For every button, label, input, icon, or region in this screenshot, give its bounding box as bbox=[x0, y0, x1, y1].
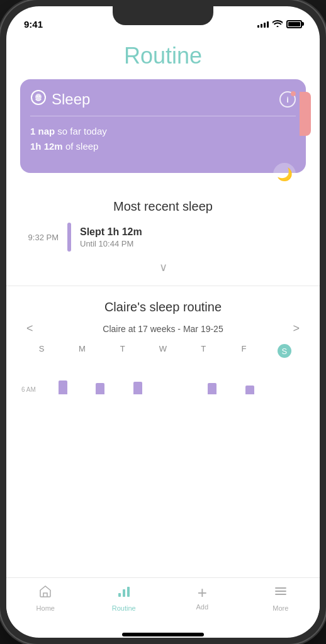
entry-bar bbox=[67, 223, 71, 252]
card-tab bbox=[300, 92, 311, 136]
home-icon bbox=[38, 584, 52, 602]
entry-main: Slept 1h 12m bbox=[80, 226, 302, 238]
bar-t2 bbox=[208, 383, 216, 394]
status-icons bbox=[257, 19, 302, 29]
cal-col-2 bbox=[120, 364, 155, 394]
sleep-card-title: Sleep bbox=[52, 91, 90, 108]
bar-s1 bbox=[59, 380, 67, 394]
home-indicator bbox=[122, 633, 204, 636]
sleep-divider bbox=[30, 116, 296, 116]
nav-add-label: Add bbox=[196, 603, 208, 611]
nav-routine[interactable]: Routine bbox=[85, 584, 164, 612]
notch bbox=[113, 6, 213, 25]
add-icon: + bbox=[198, 584, 207, 601]
moon-button[interactable]: 🌙 bbox=[273, 163, 296, 186]
svg-rect-6 bbox=[127, 587, 130, 597]
bar-t1 bbox=[133, 382, 142, 394]
routine-icon bbox=[117, 584, 131, 602]
bottom-nav: Home Routine + Add bbox=[6, 577, 320, 629]
day-s2: S bbox=[264, 344, 305, 358]
next-arrow[interactable]: > bbox=[288, 322, 305, 335]
entry-details: Slept 1h 12m Until 10:44 PM bbox=[80, 226, 302, 248]
nav-add[interactable]: + Add bbox=[163, 584, 242, 611]
status-time: 9:41 bbox=[24, 19, 43, 30]
nap-stat: 1 nap so far today bbox=[30, 124, 296, 139]
wifi-icon bbox=[273, 19, 283, 29]
time-label-6am: 6 AM bbox=[21, 386, 44, 394]
cal-col-1 bbox=[82, 364, 118, 394]
screen-content: Routine bbox=[6, 34, 320, 577]
cal-col-3 bbox=[157, 364, 193, 394]
routine-nav: < Claire at 17 weeks - Mar 19-25 > bbox=[6, 322, 320, 344]
routine-title: Claire's sleep routine bbox=[6, 289, 320, 322]
svg-rect-4 bbox=[118, 593, 121, 597]
svg-point-2 bbox=[37, 96, 38, 97]
svg-point-3 bbox=[39, 96, 40, 97]
bar-m bbox=[96, 383, 104, 394]
sleep-title-row: Sleep bbox=[30, 89, 90, 109]
routine-section: Claire's sleep routine < Claire at 17 we… bbox=[6, 289, 320, 397]
day-s1: S bbox=[21, 344, 62, 358]
entry-sub: Until 10:44 PM bbox=[80, 239, 302, 248]
nav-period: Claire at 17 weeks - Mar 19-25 bbox=[45, 324, 282, 334]
calendar-grid: S M T W T F S 6 AM bbox=[6, 344, 320, 394]
cal-col-0 bbox=[45, 364, 81, 394]
recent-sleep-title: Most recent sleep bbox=[6, 186, 320, 223]
cal-col-6 bbox=[269, 364, 305, 394]
sleep-card[interactable]: Sleep i 1 nap so far today bbox=[20, 79, 306, 173]
day-m: M bbox=[62, 344, 102, 358]
info-icon[interactable]: i bbox=[279, 91, 296, 108]
day-t2: T bbox=[183, 344, 223, 358]
sleep-stats: 1 nap so far today 1h 12m of sleep bbox=[30, 124, 296, 154]
sleep-entry: 9:32 PM Slept 1h 12m Until 10:44 PM bbox=[6, 223, 320, 252]
entry-time: 9:32 PM bbox=[24, 233, 59, 242]
svg-rect-5 bbox=[123, 589, 125, 597]
page-title: Routine bbox=[6, 34, 320, 79]
sleep-card-header: Sleep i bbox=[30, 89, 296, 109]
calendar-bars bbox=[45, 364, 305, 394]
nav-more[interactable]: More bbox=[242, 584, 320, 612]
day-w: W bbox=[143, 344, 183, 358]
sleep-duration-stat: 1h 12m of sleep bbox=[30, 139, 296, 154]
moon-icon: 🌙 bbox=[277, 167, 293, 182]
baby-sleep-icon bbox=[30, 89, 47, 109]
day-f: F bbox=[223, 344, 264, 358]
more-icon bbox=[274, 584, 288, 602]
prev-arrow[interactable]: < bbox=[21, 322, 38, 335]
nav-more-label: More bbox=[273, 604, 288, 612]
nav-routine-label: Routine bbox=[112, 604, 136, 612]
section-divider bbox=[6, 286, 320, 286]
phone-screen: 9:41 bbox=[6, 6, 320, 638]
nav-home-label: Home bbox=[37, 604, 55, 612]
sleep-card-wrapper: Sleep i 1 nap so far today bbox=[6, 79, 320, 186]
day-headers: S M T W T F S bbox=[21, 344, 305, 358]
info-dot bbox=[291, 91, 296, 96]
phone-frame: 9:41 bbox=[0, 0, 326, 644]
bar-f bbox=[245, 386, 254, 394]
expand-button[interactable]: ∨ bbox=[6, 252, 320, 283]
nav-home[interactable]: Home bbox=[6, 584, 85, 612]
chevron-down-icon: ∨ bbox=[159, 261, 167, 274]
signal-icon bbox=[257, 20, 269, 28]
battery-icon bbox=[286, 20, 302, 28]
cal-col-4 bbox=[194, 364, 230, 394]
cal-col-5 bbox=[232, 364, 267, 394]
day-t1: T bbox=[103, 344, 143, 358]
